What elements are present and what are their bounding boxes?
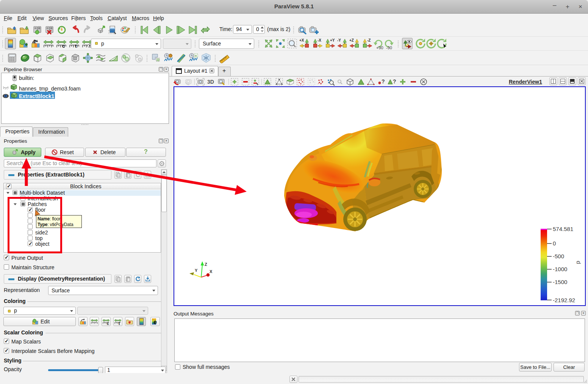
svg-text:c: c — [107, 322, 109, 325]
svg-text:-1500: -1500 — [553, 279, 567, 285]
svg-text:p: p — [574, 261, 581, 264]
svg-text:Z: Z — [205, 262, 207, 267]
svg-text:?: ? — [393, 78, 396, 84]
svg-text:+X: +X — [299, 38, 304, 42]
svg-text:Y: Y — [195, 268, 198, 273]
svg-text:-Z: -Z — [367, 38, 371, 42]
svg-text:-Y: -Y — [337, 38, 341, 42]
svg-text:t: t — [75, 43, 77, 48]
svg-text:-90: -90 — [386, 45, 392, 50]
svg-text:-500: -500 — [553, 253, 564, 259]
svg-text:X: X — [210, 269, 213, 274]
svg-text:e: e — [153, 319, 157, 325]
svg-text:+Z: +Z — [349, 38, 354, 42]
svg-text:574.581: 574.581 — [553, 226, 573, 232]
svg-text:-1000: -1000 — [553, 266, 567, 272]
svg-text:-2192.92: -2192.92 — [553, 297, 575, 303]
svg-text:+Y: +Y — [330, 38, 335, 42]
svg-text:2: 2 — [33, 39, 36, 44]
svg-text:0: 0 — [553, 240, 556, 247]
svg-text:c: c — [62, 43, 65, 48]
svg-text:?: ? — [382, 78, 385, 84]
svg-text:t: t — [119, 322, 120, 325]
svg-text:+90: +90 — [376, 45, 383, 50]
svg-text:-X: -X — [317, 38, 321, 42]
